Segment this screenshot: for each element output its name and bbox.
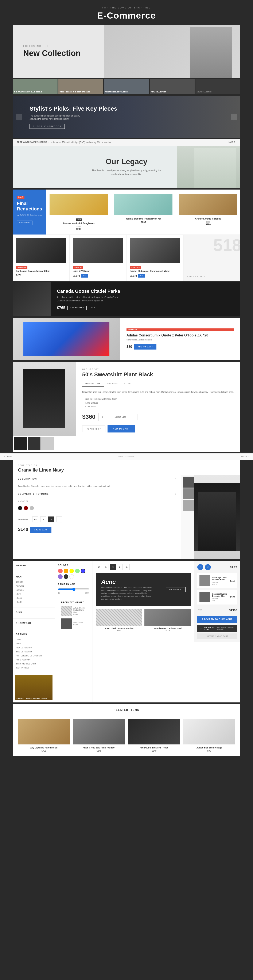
nav-btn-right[interactable]: › — [231, 114, 237, 120]
accordion-delivery-header[interactable]: DELIVERY & RETURNS › — [18, 490, 176, 498]
checkout-button[interactable]: PROCEED TO CHECKOUT — [197, 616, 237, 623]
size-s[interactable]: S — [40, 517, 46, 522]
size-select[interactable]: Select Size XSSMLXL — [112, 414, 138, 420]
sale-sub: Up To 70% Off Selected Lines — [17, 214, 42, 216]
new-arrivals-number: 518 — [213, 237, 240, 254]
sidebar-brand-1[interactable]: Acne — [16, 642, 51, 646]
color-red[interactable] — [24, 506, 28, 510]
cart-item-price-2: $123 — [230, 596, 235, 598]
sidebar-brand-7[interactable]: Jack's Vintage — [16, 666, 51, 670]
sidebar-bottoms[interactable]: Bottoms — [16, 588, 51, 592]
swatch-blue[interactable] — [81, 569, 85, 573]
swatch-orange[interactable] — [64, 569, 68, 573]
sidebar-woman-title[interactable]: WOMAN — [16, 564, 51, 567]
granville-thumb-3[interactable] — [183, 500, 194, 511]
filter-size-s[interactable]: S — [103, 564, 109, 570]
adidas-add-cart-button[interactable]: ADD TO CART — [134, 344, 157, 350]
size-xs[interactable]: XS — [32, 517, 38, 522]
accordion-down-icon: › — [176, 478, 176, 480]
accordion-description: DESCRIPTION › Acne Studios Granville Lin… — [18, 475, 176, 490]
filter-size-l[interactable]: L — [117, 564, 123, 570]
sidebar-shorts[interactable]: Shorts — [16, 600, 51, 604]
accordion-description-header[interactable]: DESCRIPTION › — [18, 475, 176, 482]
wishlist-icon[interactable]: ♡ — [197, 564, 203, 570]
canada-goose-cart-button[interactable]: ADD TO CART — [68, 305, 87, 310]
more-link[interactable]: MORE › — [229, 141, 236, 143]
sidebar-shirts[interactable]: Shirts — [16, 592, 51, 596]
sidebar-shoes[interactable]: Shoes — [16, 596, 51, 600]
recent-main-item-1[interactable]: A.P.C. Check Button Down Shirt $160 — [96, 609, 142, 632]
sidebar-brand-5[interactable]: Acme Academy — [16, 658, 51, 662]
thumb-2[interactable] — [28, 438, 41, 450]
thumb-item-0[interactable]: THE TRUSTED ANTI-BLUE BOXING — [13, 80, 58, 94]
swatch-purple[interactable] — [58, 574, 63, 579]
shop-now-button[interactable]: SHOP NOW — [17, 221, 32, 225]
related-item-2[interactable]: AMI Double Breasted Trench $340 — [128, 719, 180, 752]
thumb-item-3[interactable]: NEW COLLECTION — [150, 80, 194, 94]
granville-thumb-1[interactable] — [183, 477, 194, 488]
cart-item-name-1: Saturdays Ditch Pullover Hood — [212, 576, 228, 581]
nav-btn-left[interactable]: ‹ — [16, 114, 22, 120]
sidebar-brand-3[interactable]: Blue De Palermo — [16, 650, 51, 654]
shop-brand-button[interactable]: SHOP BRAND — [166, 587, 185, 592]
swatch-green[interactable] — [75, 569, 80, 573]
related-price-2: $340 — [128, 750, 180, 752]
add-to-cart-button[interactable]: ADD TO CART — [108, 425, 135, 433]
recently-item-2[interactable]: Item Name$120 — [61, 619, 86, 629]
prev-product-button[interactable]: ‹ PREV — [4, 456, 12, 458]
wishlist-button[interactable]: TO WISHLIST — [82, 426, 106, 432]
color-grey[interactable] — [30, 506, 34, 510]
camera-buy-button[interactable]: BUY — [81, 274, 88, 278]
sidebar-brand-0[interactable]: Levi's — [16, 638, 51, 642]
color-black[interactable] — [18, 506, 22, 510]
sidebar-footwear-title[interactable]: SHOEWEAR — [16, 622, 51, 624]
sale-block: SALE Final Reductions Up To 70% Off Sele… — [13, 189, 46, 234]
cart-icon-btn[interactable]: 🛒 — [205, 564, 211, 570]
filter-size-m[interactable]: M — [110, 564, 116, 570]
sidebar-brands-title[interactable]: BRANDS — [16, 633, 51, 636]
watch-buy-button[interactable]: BUY — [138, 274, 145, 278]
sidebar-knitwear[interactable]: Knitwear — [16, 584, 51, 588]
swatch-yellow[interactable] — [70, 569, 74, 573]
thumb-1[interactable] — [14, 438, 27, 450]
size-m[interactable]: M — [48, 517, 54, 522]
thumb-3[interactable] — [41, 438, 54, 450]
sidebar-kids-title[interactable]: KIDS — [16, 611, 51, 613]
canada-goose-buy-button[interactable]: BUY — [89, 305, 98, 310]
granville-cart-button[interactable]: ADD TO CART — [30, 527, 51, 533]
swatch-white[interactable] — [70, 574, 74, 579]
filter-size-xl[interactable]: XL — [124, 564, 130, 570]
recently-item-1[interactable]: A.P.C. Check Button Down Shirt$160 — [61, 606, 86, 616]
related-name-1: Aiden Crepe Sole Plain Toe Boot — [73, 746, 125, 749]
related-item-0[interactable]: Ally Capellino Aaron Install $795 — [18, 719, 70, 752]
tab-sizing[interactable]: SIZING — [121, 381, 135, 387]
price-range-input[interactable] — [58, 588, 89, 591]
recently-img-1 — [61, 606, 72, 616]
thumb-item-1[interactable]: WELL-HEELED: THE BEST BROGUES — [59, 80, 103, 94]
size-l[interactable]: L — [56, 517, 62, 522]
tab-shipping[interactable]: SHIPPING — [104, 381, 121, 387]
lookbook-button[interactable]: SHOP THE LOOKBOOK — [30, 124, 65, 129]
sidebar-shoe-image[interactable]: FEATURE: TICHKER'S DANIEL BLOCK — [15, 675, 52, 700]
related-item-3[interactable]: Adidas Star Smith Village $90 — [183, 719, 235, 752]
sidebar-jackets[interactable]: Jackets — [16, 580, 51, 584]
swatch-red[interactable] — [58, 569, 63, 573]
thumb-item-4[interactable]: NEW COLLECTION — [195, 80, 240, 94]
recent-main-img-1 — [96, 609, 142, 626]
sidebar-man-title[interactable]: MAN — [16, 575, 51, 578]
color-swatches — [58, 569, 89, 579]
sidebar-brand-6[interactable]: Senor Mercado Guile — [16, 662, 51, 666]
swatch-black[interactable] — [64, 574, 68, 579]
granville-thumb-2[interactable] — [183, 488, 194, 500]
sidebar-brand-2[interactable]: Rick De Palermo — [16, 646, 51, 650]
tab-description[interactable]: DESCRIPTION — [82, 381, 104, 387]
back-to-catalog-link[interactable]: BACK TO CATALOG — [118, 456, 135, 458]
sidebar-brand-4[interactable]: Alan Carvalho De Columbia — [16, 654, 51, 658]
recent-main-item-2[interactable]: Saturdays Ditch Pullover Hood $119 — [144, 609, 191, 632]
filter-size-xs[interactable]: XS — [96, 564, 102, 570]
recently-info-2: Item Name$120 — [73, 622, 83, 626]
related-item-1[interactable]: Aiden Crepe Sole Plain Toe Boot $348 — [73, 719, 125, 752]
quantity-input[interactable] — [98, 413, 109, 421]
next-product-button[interactable]: NEXT › — [241, 456, 249, 458]
thumb-item-2[interactable]: THE TRENDS: 10 TOUCHES — [104, 80, 149, 94]
